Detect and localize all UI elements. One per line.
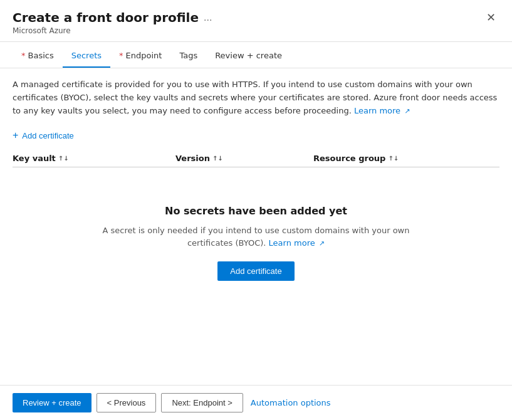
version-sort-icon: ↑↓	[212, 155, 223, 162]
tab-basics-label: Basics	[28, 51, 54, 60]
tab-endpoint-label: Endpoint	[126, 51, 162, 60]
add-certificate-label-top: Add certificate	[22, 131, 73, 140]
automation-options-link[interactable]: Automation options	[251, 398, 331, 407]
next-endpoint-button[interactable]: Next: Endpoint >	[161, 393, 243, 412]
dialog-ellipsis[interactable]: ...	[204, 13, 212, 23]
table-header: Key vault ↑↓ Version ↑↓ Resource group ↑…	[13, 154, 499, 167]
column-version[interactable]: Version ↑↓	[175, 154, 313, 163]
endpoint-required-indicator: *	[119, 51, 123, 60]
empty-state: No secrets have been added yet A secret …	[13, 167, 499, 306]
tab-bar: * Basics Secrets * Endpoint Tags Review …	[0, 45, 512, 68]
key-vault-sort-icon: ↑↓	[58, 155, 69, 162]
dialog-title: Create a front door profile	[13, 10, 199, 25]
column-key-vault-label: Key vault	[13, 154, 56, 163]
column-resource-group-label: Resource group	[313, 154, 385, 163]
column-version-label: Version	[175, 154, 210, 163]
empty-state-title: No secrets have been added yet	[165, 205, 347, 217]
tab-endpoint[interactable]: * Endpoint	[110, 45, 170, 68]
dialog-subtitle: Microsoft Azure	[13, 26, 499, 35]
empty-desc-text: A secret is only needed if you intend to…	[103, 226, 410, 248]
add-certificate-button-top[interactable]: + Add certificate	[13, 127, 74, 144]
info-external-icon: ↗	[404, 106, 410, 117]
dialog-footer: Review + create < Previous Next: Endpoin…	[0, 385, 512, 420]
dialog-body: A managed certificate is provided for yo…	[0, 68, 512, 385]
tab-basics[interactable]: * Basics	[13, 45, 63, 68]
tab-tags-label: Tags	[179, 51, 197, 60]
basics-required-indicator: *	[21, 51, 26, 60]
close-button[interactable]: ✕	[483, 11, 499, 24]
tab-secrets-label: Secrets	[71, 51, 102, 60]
tab-review-create[interactable]: Review + create	[206, 45, 291, 68]
add-certificate-button-empty[interactable]: Add certificate	[217, 261, 294, 281]
column-resource-group[interactable]: Resource group ↑↓	[313, 154, 499, 163]
empty-external-icon: ↗	[319, 239, 325, 249]
info-text-content: A managed certificate is provided for yo…	[13, 80, 497, 115]
tab-review-create-label: Review + create	[215, 51, 282, 60]
column-key-vault[interactable]: Key vault ↑↓	[13, 154, 175, 163]
tab-secrets[interactable]: Secrets	[63, 45, 110, 68]
info-text: A managed certificate is provided for yo…	[13, 78, 499, 117]
plus-icon: +	[13, 130, 18, 141]
resource-group-sort-icon: ↑↓	[388, 155, 399, 162]
previous-button[interactable]: < Previous	[97, 393, 157, 412]
review-create-button[interactable]: Review + create	[13, 393, 91, 412]
create-front-door-dialog: Create a front door profile ... ✕ Micros…	[0, 0, 512, 420]
dialog-header: Create a front door profile ... ✕ Micros…	[0, 0, 512, 42]
empty-learn-more-link[interactable]: Learn more	[269, 238, 315, 248]
info-learn-more-link[interactable]: Learn more	[354, 106, 400, 115]
tab-tags[interactable]: Tags	[170, 45, 206, 68]
empty-state-description: A secret is only needed if you intend to…	[81, 224, 432, 249]
